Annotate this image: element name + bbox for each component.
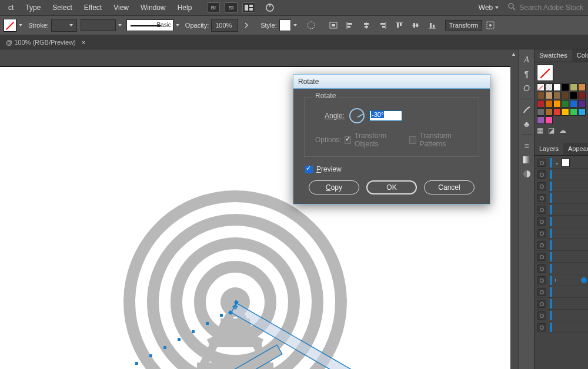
swatch-cell[interactable] — [545, 100, 553, 108]
chevron-down-icon[interactable] — [176, 24, 179, 26]
layer-row[interactable] — [534, 239, 588, 251]
chevron-down-icon[interactable] — [19, 24, 22, 26]
target-icon[interactable] — [581, 277, 587, 283]
swatch-cell[interactable] — [578, 92, 586, 99]
angle-input[interactable]: -30° — [369, 110, 402, 121]
visibility-icon[interactable] — [537, 170, 546, 179]
swatch-cell[interactable] — [562, 92, 569, 99]
search-stock[interactable]: Search Adobe Stock — [503, 3, 588, 12]
swatch-cell[interactable] — [545, 108, 553, 116]
layer-row[interactable] — [534, 204, 588, 216]
visibility-icon[interactable] — [537, 276, 546, 284]
visibility-icon[interactable] — [537, 194, 546, 202]
visibility-icon[interactable] — [537, 217, 546, 226]
align-center-h-icon[interactable] — [360, 19, 373, 32]
layer-row[interactable] — [534, 216, 588, 227]
bridge-icon[interactable]: Br — [207, 2, 220, 13]
visibility-icon[interactable] — [537, 264, 546, 273]
menu-item-type[interactable]: Type — [19, 0, 46, 15]
dialog-titlebar[interactable]: Rotate — [293, 75, 490, 89]
gradient-panel-icon[interactable] — [520, 153, 533, 166]
swatch-none-icon[interactable] — [537, 65, 553, 81]
swatch-cell[interactable] — [578, 108, 586, 116]
tab-swatches[interactable]: Swatches — [534, 49, 572, 62]
type-panel-icon[interactable]: A — [520, 53, 533, 66]
swatch-cell[interactable] — [537, 92, 544, 99]
swatch-registration[interactable] — [545, 83, 553, 91]
transparency-icon[interactable] — [520, 167, 533, 180]
align-center-v-icon[interactable] — [409, 19, 422, 32]
angle-dial[interactable] — [349, 108, 365, 123]
transform-button[interactable]: Transform — [445, 20, 483, 31]
swatch-cell[interactable] — [562, 83, 569, 91]
swatch-cell[interactable] — [553, 100, 561, 108]
visibility-icon[interactable] — [537, 300, 546, 308]
swatch-cell[interactable] — [570, 100, 577, 108]
visibility-icon[interactable] — [537, 182, 546, 190]
cancel-button[interactable]: Cancel — [424, 180, 475, 194]
swatch-libraries-icon[interactable]: ▦ — [537, 126, 543, 135]
swatch-cell[interactable] — [570, 108, 577, 116]
layer-row[interactable] — [534, 180, 588, 192]
swatch-cell[interactable] — [562, 100, 569, 108]
chevron-down-icon[interactable]: ⌄ — [554, 159, 559, 166]
align-top-icon[interactable] — [393, 19, 406, 32]
fill-swatch[interactable] — [4, 19, 16, 32]
menu-item[interactable]: ct — [2, 0, 19, 15]
swatch-cell[interactable] — [545, 92, 553, 99]
swatch-cell[interactable] — [537, 116, 544, 124]
swatch-cell[interactable] — [553, 83, 561, 91]
brush-definition[interactable]: Basic — [126, 19, 173, 31]
swatch-cell[interactable] — [570, 92, 577, 99]
chevron-right-icon[interactable]: › — [554, 277, 556, 283]
align-to-icon[interactable] — [327, 19, 340, 32]
opacity-expand-icon[interactable] — [240, 19, 253, 32]
opacity-input[interactable]: 100% — [211, 19, 238, 32]
visibility-icon[interactable] — [537, 241, 546, 249]
swatch-cell[interactable] — [537, 108, 544, 116]
layer-row[interactable] — [534, 227, 588, 239]
layer-row[interactable]: ⌄ — [534, 157, 588, 169]
tab-layers[interactable]: Layers — [534, 143, 563, 155]
stroke-profile[interactable] — [81, 19, 116, 31]
isolate-icon[interactable] — [484, 19, 497, 32]
visibility-icon[interactable] — [537, 159, 546, 167]
menu-item-help[interactable]: Help — [172, 0, 198, 15]
visibility-icon[interactable] — [537, 323, 546, 331]
layer-row[interactable] — [534, 192, 588, 204]
stroke-weight-input[interactable] — [51, 19, 77, 32]
visibility-icon[interactable] — [537, 253, 546, 261]
layer-row[interactable] — [534, 263, 588, 274]
opentype-icon[interactable]: O — [520, 82, 533, 95]
visibility-icon[interactable] — [537, 288, 546, 296]
menu-item-select[interactable]: Select — [46, 0, 78, 15]
ok-button[interactable]: OK — [366, 180, 417, 194]
tab-color[interactable]: Colo — [572, 49, 588, 62]
stroke-panel-icon[interactable]: ≡ — [520, 139, 533, 152]
chevron-down-icon[interactable] — [293, 24, 297, 26]
paragraph-icon[interactable]: ¶ — [520, 68, 533, 80]
close-tab-icon[interactable]: × — [82, 39, 85, 46]
align-right-icon[interactable] — [376, 19, 389, 32]
preview-checkbox[interactable] — [305, 166, 313, 173]
layer-row[interactable] — [534, 298, 588, 310]
scroll-up-icon[interactable]: ▴ — [512, 51, 515, 57]
layer-row[interactable] — [534, 310, 588, 321]
vertical-scrollbar[interactable]: ▴ — [510, 49, 519, 369]
swatch-cell[interactable] — [570, 83, 577, 91]
swatch-cell[interactable] — [562, 108, 569, 116]
menu-item-window[interactable]: Window — [135, 0, 172, 15]
swatch-cell[interactable] — [545, 116, 553, 124]
swatch-none[interactable] — [537, 83, 544, 91]
align-left-icon[interactable] — [343, 19, 356, 32]
arrange-icon[interactable] — [242, 2, 255, 13]
layer-row[interactable] — [534, 169, 588, 180]
swatch-cell[interactable] — [578, 100, 586, 108]
document-tab[interactable]: @ 100% (RGB/Preview) — [6, 39, 76, 46]
swatch-options-icon[interactable]: ☁ — [559, 126, 566, 135]
style-swatch[interactable] — [279, 19, 291, 31]
layer-row[interactable] — [534, 286, 588, 298]
symbols-icon[interactable]: ♣ — [520, 118, 533, 130]
visibility-icon[interactable] — [537, 206, 546, 214]
menu-item-view[interactable]: View — [108, 0, 135, 15]
